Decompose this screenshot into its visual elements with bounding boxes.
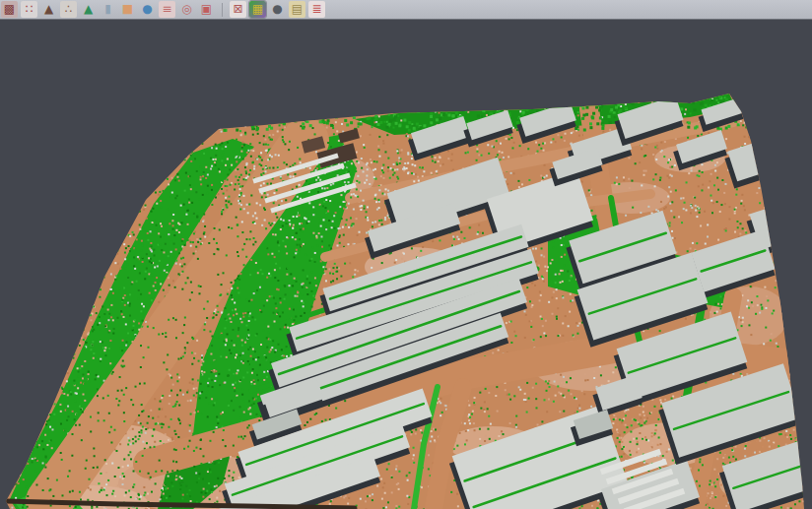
profile-column-icon: ▮: [104, 2, 111, 17]
display-by-intensity-icon: ●: [272, 2, 282, 17]
clip-box-icon: ▩: [4, 2, 15, 17]
clip-box-button[interactable]: ▩: [1, 1, 18, 18]
vegetation-model-icon: ▲: [84, 2, 93, 17]
sphere-view-icon: ●: [142, 2, 152, 17]
circle-select-button[interactable]: ◎: [178, 1, 195, 18]
display-by-elevation-button[interactable]: ▤: [289, 1, 305, 18]
toolbar-separator: [222, 3, 223, 17]
sphere-view-button[interactable]: ●: [139, 1, 156, 18]
deselect-icon: ⊠: [233, 2, 242, 17]
terrain-model-icon: ▲: [44, 2, 53, 17]
classify-points-button[interactable]: ∷: [21, 1, 37, 18]
display-by-class-button[interactable]: ▦: [249, 1, 266, 18]
area-select-icon: ■: [122, 2, 133, 17]
layer-list-button[interactable]: ≡: [159, 1, 175, 18]
terrain-model-button[interactable]: ▲: [40, 1, 57, 18]
display-by-class-icon: ▦: [252, 2, 263, 17]
profile-column-button[interactable]: ▮: [100, 1, 116, 18]
display-by-rgb-icon: ≣: [311, 2, 321, 17]
viewport: [0, 21, 812, 509]
ground-points-button[interactable]: ∴: [60, 1, 77, 18]
3d-view-canvas[interactable]: [0, 21, 812, 509]
ground-points-icon: ∴: [65, 2, 73, 17]
vegetation-model-button[interactable]: ▲: [80, 1, 97, 18]
display-by-rgb-button[interactable]: ≣: [308, 1, 325, 18]
circle-select-icon: ◎: [181, 2, 191, 17]
zoom-extent-icon: ▣: [201, 2, 212, 17]
display-by-elevation-icon: ▤: [292, 2, 303, 17]
toolbar: ▩∷▲∴▲▮■●≡◎▣⊠▦●▤≣: [0, 0, 812, 20]
layer-list-icon: ≡: [162, 2, 171, 17]
application-window: ▩∷▲∴▲▮■●≡◎▣⊠▦●▤≣: [0, 0, 812, 509]
zoom-extent-button[interactable]: ▣: [198, 1, 215, 18]
area-select-button[interactable]: ■: [119, 1, 136, 18]
display-by-intensity-button[interactable]: ●: [269, 1, 286, 18]
classify-points-icon: ∷: [26, 2, 34, 17]
deselect-button[interactable]: ⊠: [230, 1, 246, 18]
